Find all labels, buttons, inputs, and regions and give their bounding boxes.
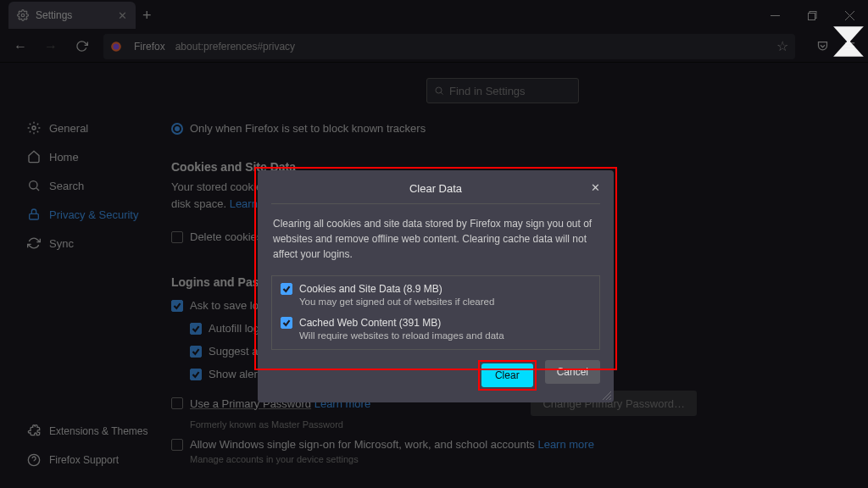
option-sub: Will require websites to reload images a… — [299, 330, 591, 341]
dialog-title: Clear Data ✕ — [271, 182, 600, 204]
option-label: Cached Web Content (391 MB) — [299, 317, 441, 329]
option-label: Cookies and Site Data (8.9 MB) — [299, 283, 442, 295]
checkbox[interactable] — [281, 317, 292, 329]
clear-button[interactable]: Clear — [481, 363, 533, 387]
close-dialog-icon[interactable]: ✕ — [591, 181, 600, 194]
svg-line-20 — [609, 398, 611, 400]
clear-data-dialog: Clear Data ✕ Clearing all cookies and si… — [258, 170, 614, 402]
dialog-options: Cookies and Site Data (8.9 MB) You may g… — [271, 275, 600, 350]
dialog-desc: Clearing all cookies and site data store… — [271, 213, 600, 270]
resize-grip-icon[interactable] — [601, 390, 611, 400]
cancel-button[interactable]: Cancel — [545, 360, 600, 384]
checkbox[interactable] — [281, 283, 292, 295]
option-sub: You may get signed out of websites if cl… — [299, 297, 591, 307]
